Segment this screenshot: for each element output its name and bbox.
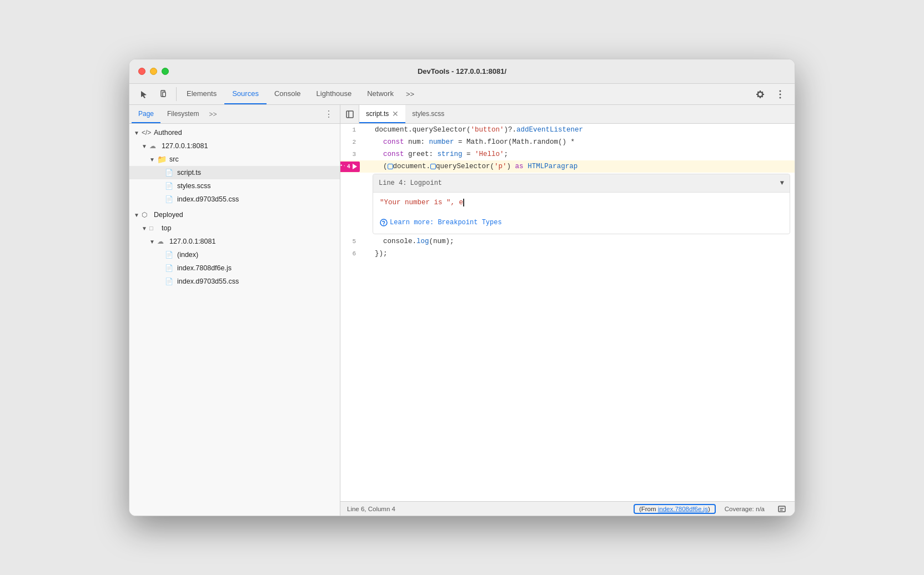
more-panel-tabs-button[interactable]: >> — [205, 105, 220, 123]
more-tabs-button[interactable]: >> — [401, 84, 419, 104]
right-panel: script.ts ✕ styles.scss 1 document.query… — [340, 105, 795, 516]
editor-tab-styles-scss[interactable]: styles.scss — [405, 105, 451, 123]
status-source-link[interactable]: index.7808df6e.js — [658, 506, 708, 512]
tab-lighthouse[interactable]: Lighthouse — [309, 84, 360, 104]
tree-item-deployed[interactable]: ▼ ⬡ Deployed — [129, 208, 340, 221]
line-gutter-1 — [363, 124, 373, 136]
tree-item-deployed-host[interactable]: ▼ ☁ 127.0.0.1:8081 — [129, 235, 340, 248]
editor-tab-styles-scss-label: styles.scss — [412, 110, 444, 118]
editor-tab-script-ts-label: script.ts — [366, 110, 389, 118]
tree-item-src[interactable]: ▼ 📁 src — [129, 153, 340, 166]
authored-host-label: 127.0.0.1:8081 — [162, 142, 208, 150]
tab-filesystem[interactable]: Filesystem — [160, 105, 205, 123]
tree-item-top[interactable]: ▼ □ top — [129, 221, 340, 235]
tree-item-js[interactable]: 📄 index.7808df6e.js — [129, 261, 340, 275]
minimize-button[interactable] — [150, 68, 157, 75]
code-area[interactable]: 1 document.querySelector('button')?.addE… — [340, 124, 795, 501]
svg-rect-2 — [163, 92, 165, 97]
devtools-main: Page Filesystem >> ⋮ ▼ </> Authored ▼ — [129, 105, 795, 516]
settings-button[interactable] — [750, 84, 770, 104]
traffic-lights — [138, 68, 169, 75]
editor-tab-script-ts[interactable]: script.ts ✕ — [359, 105, 405, 123]
css-deployed-label: index.d9703d55.css — [177, 278, 239, 285]
tree-item-authored-host[interactable]: ▼ ☁ 127.0.0.1:8081 — [129, 139, 340, 153]
tree-item-authored[interactable]: ▼ </> Authored — [129, 126, 340, 139]
cursor-blink — [463, 199, 464, 206]
logpoint-learn-more: Learn more: Breakpoint Types — [373, 214, 790, 234]
line-number-6: 6 — [340, 248, 363, 260]
svg-point-10 — [383, 224, 384, 225]
tree-item-styles-scss[interactable]: 📄 styles.scss — [129, 179, 340, 193]
status-position: Line 6, Column 4 — [347, 506, 395, 512]
svg-point-3 — [780, 90, 781, 92]
code-line-5: 5 console.log(num); — [340, 235, 795, 248]
learn-more-link[interactable]: Learn more: Breakpoint Types — [380, 217, 783, 228]
file-js-icon: 📄 — [165, 264, 175, 272]
tree-item-css-authored[interactable]: 📄 index.d9703d55.css — [129, 193, 340, 206]
top-label: top — [162, 224, 171, 232]
panel-options-button[interactable]: ⋮ — [320, 105, 338, 123]
logpoint-line-label: Line 4: — [379, 178, 406, 189]
tree-item-index[interactable]: 📄 (index) — [129, 248, 340, 261]
svg-rect-6 — [346, 111, 353, 118]
line-content-5: console.log(num); — [373, 235, 795, 248]
line-content-6: }); — [373, 248, 795, 260]
authored-label: Authored — [154, 129, 182, 137]
more-options-button[interactable] — [770, 84, 790, 104]
code-line-3: 3 const greet: string = 'Hello'; — [340, 148, 795, 160]
styles-scss-label: styles.scss — [177, 182, 210, 190]
index-label: (index) — [177, 251, 198, 259]
tree-arrow-authored-host: ▼ — [142, 143, 149, 149]
tab-network[interactable]: Network — [359, 84, 401, 104]
tab-sources[interactable]: Sources — [224, 84, 267, 104]
logpoint-popup: Line 4: Logpoint ▼ "Your number is ", e … — [373, 174, 790, 234]
logpoint-dropdown[interactable]: ▼ — [780, 178, 784, 189]
editor-tabs-bar: script.ts ✕ styles.scss — [340, 105, 795, 124]
code-lines: 1 document.querySelector('button')?.addE… — [340, 124, 795, 260]
cloud-icon-1: ☁ — [149, 142, 159, 150]
logpoint-header: Line 4: Logpoint ▼ — [373, 174, 790, 193]
line-content-1: document.querySelector('button')?.addEve… — [373, 124, 795, 136]
editor-tab-close-button[interactable]: ✕ — [392, 110, 399, 118]
file-ts-icon: 📄 — [165, 169, 175, 176]
css-authored-label: index.d9703d55.css — [177, 195, 239, 203]
line-content-4: (document.querySelector('p') as HTMLPara… — [373, 160, 795, 173]
devtools-tabs-bar: Elements Sources Console Lighthouse Netw… — [129, 84, 795, 105]
tree-arrow-deployed: ▼ — [134, 212, 142, 218]
top-icon: □ — [149, 225, 159, 231]
file-scss-icon: 📄 — [165, 182, 175, 190]
logpoint-input[interactable]: "Your number is ", e — [373, 193, 790, 213]
tab-page[interactable]: Page — [132, 105, 160, 123]
tab-elements[interactable]: Elements — [179, 84, 224, 104]
file-index-icon: 📄 — [165, 251, 175, 259]
cursor-tool-button[interactable] — [134, 84, 154, 104]
left-panel: Page Filesystem >> ⋮ ▼ </> Authored ▼ — [129, 105, 340, 516]
file-css-icon-2: 📄 — [165, 278, 175, 285]
line-gutter-2 — [363, 136, 373, 148]
panel-toggle-button[interactable] — [340, 105, 359, 123]
svg-rect-11 — [779, 506, 785, 512]
maximize-button[interactable] — [162, 68, 169, 75]
file-css-icon-1: 📄 — [165, 195, 175, 203]
panel-tabs-bar: Page Filesystem >> ⋮ — [129, 105, 340, 124]
devtools-window: DevTools - 127.0.0.1:8081/ Elements Sour… — [129, 59, 795, 516]
status-icon-button[interactable] — [776, 503, 788, 515]
close-button[interactable] — [138, 68, 145, 75]
logpoint-input-value: "Your number is ", e — [380, 199, 463, 206]
window-title: DevTools - 127.0.0.1:8081/ — [418, 67, 506, 75]
line-number-2: 2 — [340, 136, 363, 148]
tab-console[interactable]: Console — [267, 84, 309, 104]
tree-arrow-src: ▼ — [149, 157, 157, 163]
status-bar: Line 6, Column 4 (From index.7808df6e.js… — [340, 501, 795, 516]
deployed-icon: ⬡ — [142, 211, 152, 219]
line-number-5: 5 — [340, 235, 363, 248]
tree-item-css-deployed[interactable]: 📄 index.d9703d55.css — [129, 275, 340, 288]
cloud-icon-2: ☁ — [157, 238, 167, 245]
svg-point-5 — [780, 97, 781, 98]
svg-marker-8 — [353, 164, 357, 169]
tree-item-script-ts[interactable]: 📄 script.ts — [129, 166, 340, 179]
tabs-separator — [176, 87, 177, 101]
device-toggle-button[interactable] — [154, 84, 174, 104]
deployed-host-label: 127.0.0.1:8081 — [169, 238, 215, 245]
script-ts-label: script.ts — [177, 169, 201, 176]
